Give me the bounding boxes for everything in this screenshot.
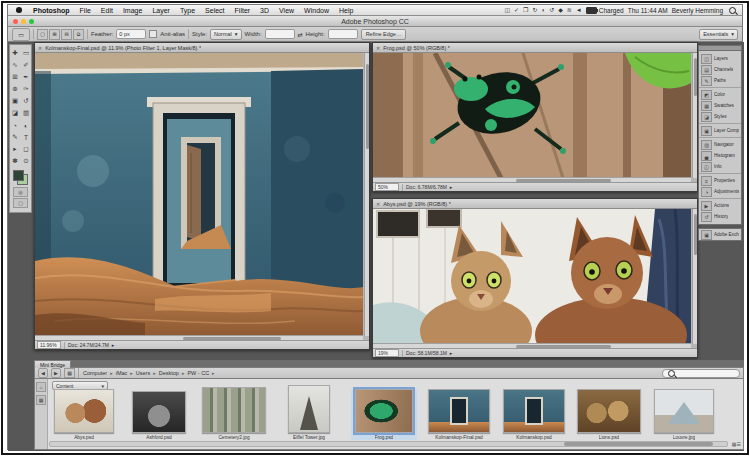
back-button[interactable]: ◀	[38, 368, 48, 378]
file-thumbnail-frog-psd[interactable]: Frog.psd	[351, 389, 417, 440]
quick-selection-tool[interactable]: ✐	[21, 59, 32, 71]
vertical-scrollbar[interactable]	[692, 53, 697, 178]
foreground-color-swatch[interactable]	[13, 170, 24, 181]
breadcrumb-item-users[interactable]: Users	[135, 370, 151, 376]
canvas-kolmanskop[interactable]	[35, 53, 363, 336]
tab-mini-bridge[interactable]: Mini Bridge	[34, 360, 71, 368]
gradient-tool[interactable]: ▥	[21, 107, 32, 119]
time-machine-icon[interactable]: ↻	[532, 7, 537, 13]
thumbnail-scrollbar[interactable]	[49, 441, 728, 447]
crop-tool[interactable]: ⊞	[10, 71, 21, 83]
menu-window[interactable]: Window	[299, 7, 334, 14]
spotlight-icon[interactable]	[729, 7, 736, 14]
close-icon[interactable]: ✕	[376, 201, 380, 207]
file-thumbnail-kolmanskop-psd[interactable]: Kolmanskop.psd	[501, 389, 567, 440]
blur-tool[interactable]: ◔	[10, 119, 21, 131]
intersect-selection-button[interactable]: ⧉	[73, 29, 84, 40]
menu-file[interactable]: File	[75, 7, 96, 14]
volume-icon[interactable]: ◄	[576, 7, 582, 13]
clipboard-icon[interactable]: ❐	[523, 7, 528, 13]
forward-button[interactable]: ▶	[51, 368, 61, 378]
status-menu-arrow-icon[interactable]: ▸	[450, 184, 453, 190]
notifications-icon[interactable]: ◗	[542, 7, 546, 13]
scrollbar-thumb[interactable]	[694, 214, 697, 255]
eyedropper-tool[interactable]: ✒	[21, 71, 32, 83]
panel-button-styles[interactable]: ◪Styles	[699, 111, 741, 122]
panel-button-channels[interactable]: ▤Channels	[699, 64, 741, 75]
file-thumbnail-ashford-psd[interactable]: Ashford.psd	[126, 391, 192, 440]
spot-healing-tool[interactable]: ⊕	[10, 83, 21, 95]
refine-edge-button[interactable]: Refine Edge…	[361, 29, 407, 40]
file-thumbnail-louvre-jpg[interactable]: Louvre.jpg	[651, 389, 717, 440]
brush-tool[interactable]: ✑	[21, 83, 32, 95]
height-input[interactable]	[328, 29, 358, 39]
workspace-switcher[interactable]: Essentials ▾	[699, 29, 738, 40]
panel-button-actions[interactable]: ▶Actions	[699, 200, 741, 211]
pen-tool[interactable]: ✎	[10, 131, 21, 143]
vertical-scrollbar[interactable]	[692, 209, 697, 344]
document-title-bar[interactable]: ✕ Abys.psd @ 19% (RGB/8) *	[373, 199, 697, 209]
breadcrumb-item-imac[interactable]: iMac	[115, 370, 129, 376]
close-icon[interactable]: ✕	[376, 45, 380, 51]
panel-button-swatches[interactable]: ▦Swatches	[699, 100, 741, 111]
panel-button-navigator[interactable]: ▧Navigator	[699, 139, 741, 150]
display-icon[interactable]: ◫	[504, 7, 510, 13]
menu-filter[interactable]: Filter	[230, 7, 256, 14]
dodge-tool[interactable]: ◐	[21, 119, 32, 131]
panel-button-layer-comps[interactable]: ▣Layer Comps	[699, 125, 741, 136]
quick-mask-button[interactable]: ◎	[13, 187, 28, 197]
panel-button-info[interactable]: ⓘInfo	[699, 161, 741, 172]
swap-dimensions-icon[interactable]: ⇄	[298, 31, 303, 38]
file-thumbnail-eiffel-tower-jpg[interactable]: Eiffel Tower.jpg	[276, 385, 342, 440]
scrollbar-thumb[interactable]	[366, 64, 369, 149]
menu-photoshop[interactable]: Photoshop	[28, 7, 75, 14]
search-field[interactable]	[662, 369, 740, 378]
wifi-icon[interactable]: ≋	[567, 7, 572, 13]
new-selection-button[interactable]: ▢	[37, 29, 48, 40]
path-selection-tool[interactable]: ▸	[10, 143, 21, 155]
menu-bar-clock[interactable]: Thu 11:44 AM	[628, 7, 668, 14]
zoom-level-field[interactable]: 11.96%	[37, 341, 61, 349]
breadcrumb-item-pw-cc[interactable]: PW - CC	[186, 370, 210, 376]
airplay-icon[interactable]: ◆	[558, 7, 563, 13]
canvas-frog[interactable]	[373, 53, 691, 178]
menu-edit[interactable]: Edit	[96, 7, 118, 14]
add-selection-button[interactable]: ⊞	[49, 29, 60, 40]
panel-button-layers[interactable]: ◫Layers	[699, 53, 741, 64]
menu-image[interactable]: Image	[118, 7, 147, 14]
navigation-pod-icon[interactable]: ⌂	[36, 382, 46, 392]
menu-select[interactable]: Select	[200, 7, 229, 14]
list-view-icon[interactable]: ☰	[737, 441, 741, 447]
antialias-checkbox[interactable]	[149, 30, 157, 38]
eraser-tool[interactable]: ◪	[10, 107, 21, 119]
sync-icon[interactable]: ↺	[549, 7, 554, 13]
panel-button-history[interactable]: ↺History	[699, 211, 741, 222]
user-menu[interactable]: Beverly Hemming	[672, 7, 723, 14]
preview-pod-icon[interactable]: ▦	[36, 395, 46, 405]
menu-help[interactable]: Help	[334, 7, 358, 14]
rectangle-tool[interactable]: ◻	[21, 143, 32, 155]
zoom-level-field[interactable]: 50%	[375, 183, 399, 191]
status-menu-arrow-icon[interactable]: ▸	[450, 350, 453, 356]
file-thumbnail-kolmanskop-final-psd[interactable]: Kolmanskop-Final.psd	[426, 389, 492, 440]
history-brush-tool[interactable]: ↺	[21, 95, 32, 107]
vertical-scrollbar[interactable]	[364, 53, 369, 336]
close-icon[interactable]: ✕	[38, 45, 42, 51]
lasso-tool[interactable]: ∿	[10, 59, 21, 71]
style-dropdown[interactable]: Normal ▾	[210, 29, 242, 40]
menu-type[interactable]: Type	[175, 7, 200, 14]
menu-layer[interactable]: Layer	[147, 7, 175, 14]
move-tool[interactable]: ✚	[10, 47, 21, 59]
width-input[interactable]	[265, 29, 295, 39]
rectangular-marquee-tool[interactable]: ▭	[21, 47, 32, 59]
panel-button-color[interactable]: ◩Color	[699, 89, 741, 100]
document-title-bar[interactable]: ✕ Frog.psd @ 50% (RGB/8) *	[373, 43, 697, 53]
panel-view-icon[interactable]: ▦	[64, 368, 75, 378]
document-title-bar[interactable]: ✕ Kolmanskop-Final.psd @ 11.9% (Photo Fi…	[35, 43, 369, 53]
file-thumbnail-abys-psd[interactable]: Abys.psd	[51, 389, 117, 440]
breadcrumb-item-computer[interactable]: Computer	[82, 370, 108, 376]
tool-preset-picker[interactable]: ▭	[12, 28, 30, 41]
menu-3d[interactable]: 3D	[255, 7, 274, 14]
scrollbar-thumb[interactable]	[564, 442, 713, 446]
panel-button-adobe-exchange[interactable]: ▣Adobe Exchange	[699, 229, 741, 240]
